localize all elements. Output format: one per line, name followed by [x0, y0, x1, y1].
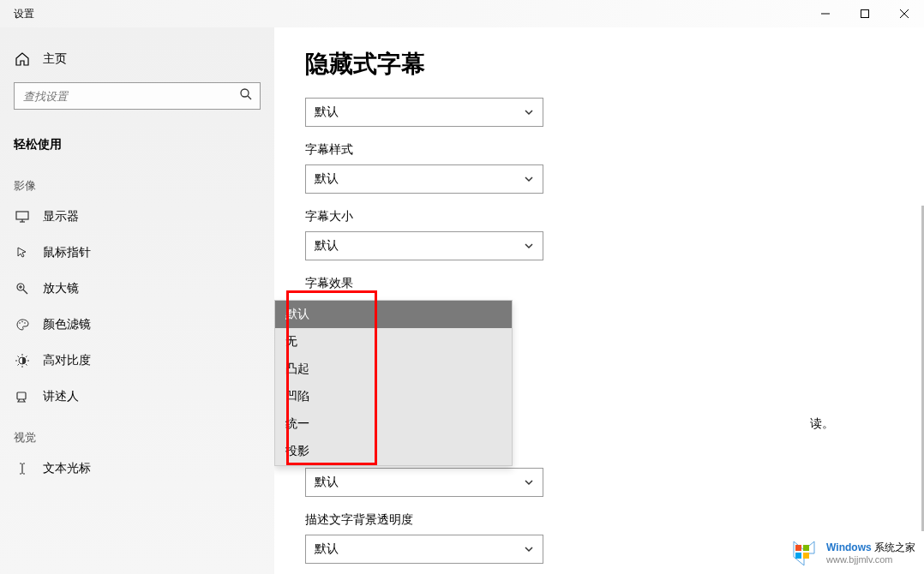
text-cursor-icon	[14, 462, 31, 475]
sidebar-item-display[interactable]: 显示器	[0, 199, 274, 235]
watermark-suffix: 系统之家	[872, 541, 915, 553]
windows-logo-icon	[789, 538, 819, 569]
svg-line-22	[26, 364, 27, 366]
label-style: 字幕样式	[305, 142, 893, 158]
svg-point-15	[24, 322, 26, 324]
svg-line-5	[248, 96, 251, 99]
sidebar-item-high-contrast[interactable]: 高对比度	[0, 343, 274, 379]
home-label: 主页	[43, 51, 67, 67]
narrator-icon	[14, 390, 31, 404]
cursor-icon	[14, 246, 31, 260]
svg-line-21	[18, 356, 20, 358]
watermark-brand: Windows	[826, 541, 872, 553]
sidebar-item-label: 鼠标指针	[43, 245, 91, 260]
home-icon	[14, 52, 31, 66]
svg-line-24	[26, 356, 27, 358]
svg-rect-1	[861, 10, 869, 18]
caption-style-select[interactable]: 默认	[305, 164, 543, 194]
chevron-down-icon	[524, 544, 534, 554]
window-title: 设置	[0, 7, 34, 21]
sidebar-item-narrator[interactable]: 讲述人	[0, 379, 274, 415]
caption-size-select[interactable]: 默认	[305, 231, 543, 260]
caption-color-select[interactable]: 默认	[305, 98, 543, 127]
select-value: 默认	[315, 171, 339, 187]
svg-line-12	[23, 290, 27, 294]
svg-rect-6	[16, 212, 28, 219]
svg-line-23	[18, 364, 20, 366]
search-box[interactable]	[14, 82, 261, 110]
select-value: 默认	[315, 541, 339, 557]
dropdown-option[interactable]: 统一	[275, 410, 512, 438]
svg-rect-30	[803, 553, 809, 559]
dropdown-option[interactable]: 凹陷	[275, 383, 512, 410]
svg-rect-28	[803, 545, 809, 551]
sidebar-item-magnifier[interactable]: 放大镜	[0, 271, 274, 307]
chevron-down-icon	[524, 477, 534, 487]
section-title: 轻松使用	[0, 127, 274, 163]
svg-point-13	[19, 322, 21, 324]
watermark: Windows 系统之家 www.bjjmlv.com	[789, 538, 915, 569]
sidebar-item-label: 高对比度	[43, 353, 91, 368]
svg-rect-27	[795, 545, 801, 551]
group-vision: 影像	[0, 163, 274, 199]
chevron-down-icon	[524, 107, 534, 117]
caption-bg-select[interactable]: 默认	[305, 468, 543, 497]
sidebar-item-label: 讲述人	[43, 389, 79, 404]
monitor-icon	[14, 210, 31, 224]
maximize-button[interactable]	[845, 0, 885, 27]
label-effect: 字幕效果	[305, 276, 893, 291]
svg-rect-29	[795, 553, 801, 559]
close-button[interactable]	[885, 0, 924, 27]
svg-point-4	[241, 89, 249, 97]
watermark-url: www.bjjmlv.com	[826, 554, 915, 565]
select-value: 默认	[315, 475, 339, 490]
label-bg-opacity: 描述文字背景透明度	[305, 512, 893, 528]
main-content: 隐藏式字幕 默认 字幕样式 默认 字幕大小 默认 字幕效果 默认 无 凸起 凹陷…	[274, 27, 924, 574]
magnifier-icon	[14, 282, 31, 296]
svg-point-14	[21, 321, 23, 323]
minimize-button[interactable]	[806, 0, 845, 27]
palette-icon	[14, 318, 31, 332]
search-icon	[239, 87, 253, 105]
label-size: 字幕大小	[305, 209, 893, 224]
chevron-down-icon	[524, 174, 534, 184]
sidebar-item-label: 放大镜	[43, 281, 79, 296]
chevron-down-icon	[524, 241, 534, 251]
contrast-icon	[14, 354, 31, 368]
svg-rect-25	[17, 392, 26, 399]
sidebar-item-text-cursor[interactable]: 文本光标	[0, 451, 274, 487]
group-audio: 视觉	[0, 415, 274, 451]
dropdown-option[interactable]: 默认	[275, 301, 512, 328]
hint-text-fragment: 读。	[810, 416, 834, 432]
sidebar: 主页 轻松使用 影像 显示器 鼠标指针	[0, 27, 274, 574]
sidebar-item-label: 颜色滤镜	[43, 317, 91, 332]
sidebar-item-label: 显示器	[43, 209, 79, 224]
home-link[interactable]: 主页	[0, 45, 274, 74]
search-input[interactable]	[23, 90, 239, 103]
dropdown-option[interactable]: 无	[275, 328, 512, 356]
select-value: 默认	[315, 105, 339, 120]
caption-effect-dropdown[interactable]: 默认 无 凸起 凹陷 统一 投影	[274, 300, 513, 466]
caption-bg-opacity-select[interactable]: 默认	[305, 535, 543, 564]
dropdown-option[interactable]: 投影	[275, 438, 512, 465]
dropdown-option[interactable]: 凸起	[275, 356, 512, 383]
sidebar-item-label: 文本光标	[43, 461, 91, 476]
select-value: 默认	[315, 238, 339, 254]
sidebar-item-color-filters[interactable]: 颜色滤镜	[0, 307, 274, 343]
sidebar-item-mouse-pointer[interactable]: 鼠标指针	[0, 235, 274, 271]
page-heading: 隐藏式字幕	[305, 48, 893, 81]
